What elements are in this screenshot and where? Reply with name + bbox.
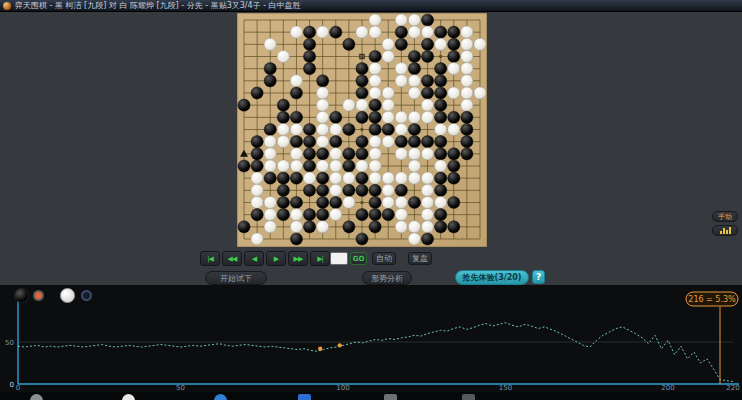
go-board[interactable] bbox=[237, 13, 487, 247]
tooltip-text: 216 = 5.3% bbox=[688, 295, 736, 304]
nav-last-button[interactable]: ▶| bbox=[310, 251, 330, 266]
bar-chart-icon bbox=[720, 227, 731, 234]
x-tick-label: 220 bbox=[726, 384, 739, 392]
x-tick-label: 50 bbox=[176, 384, 185, 392]
app-icon bbox=[3, 2, 11, 10]
black-winrate-toggle[interactable] bbox=[33, 290, 44, 301]
taskbar-icon-sphere[interactable] bbox=[30, 394, 43, 400]
winrate-line bbox=[18, 323, 733, 382]
premium-trial-button[interactable]: 抢先体验(3/20) bbox=[455, 270, 529, 285]
start-trial-button[interactable]: 开始试下 bbox=[205, 271, 267, 285]
move-number-input[interactable] bbox=[330, 252, 348, 265]
marked-move-dot[interactable] bbox=[338, 343, 342, 347]
go-button[interactable]: GO bbox=[350, 252, 367, 265]
nav-forward10-button[interactable]: ▶▶ bbox=[288, 251, 308, 266]
shape-analysis-button[interactable]: 形势分析 bbox=[362, 271, 412, 285]
x-tick-label: 150 bbox=[499, 384, 512, 392]
white-stone-icon bbox=[60, 288, 75, 303]
winrate-chart[interactable]: 050100150200220050216 = 5.3% bbox=[0, 285, 742, 392]
taskbar-icon-blue-circle[interactable] bbox=[214, 394, 227, 400]
y-tick-label: 50 bbox=[5, 339, 14, 347]
taskbar-icon-gray-app[interactable] bbox=[384, 394, 397, 400]
winrate-chart-panel: 050100150200220050216 = 5.3% bbox=[0, 285, 742, 392]
taskbar-icon-gray-app2[interactable] bbox=[462, 394, 475, 400]
window-title: 弈天围棋 - 黑 柯洁 [九段] 对 白 陈耀烨 [九段] - 分先 - 黑贴3… bbox=[15, 0, 301, 11]
winrate-chart-button[interactable] bbox=[712, 225, 738, 236]
taskbar-icon-white-circle[interactable] bbox=[122, 394, 135, 400]
auto-play-button[interactable]: 自动 bbox=[372, 252, 396, 265]
review-button[interactable]: 复盘 bbox=[408, 252, 432, 265]
x-tick-label: 200 bbox=[661, 384, 674, 392]
title-bar: 弈天围棋 - 黑 柯洁 [九段] 对 白 陈耀烨 [九段] - 分先 - 黑贴3… bbox=[0, 0, 742, 12]
taskbar-icon-blue-window[interactable] bbox=[298, 394, 311, 400]
windows-taskbar[interactable] bbox=[0, 392, 742, 400]
nav-back-button[interactable]: ◀ bbox=[244, 251, 264, 266]
nav-back10-button[interactable]: ◀◀ bbox=[222, 251, 242, 266]
black-stone-icon bbox=[14, 288, 29, 303]
playback-controls: |◀◀◀◀▶▶▶▶| bbox=[200, 251, 330, 266]
marked-move-dot[interactable] bbox=[318, 347, 322, 351]
x-tick-label: 0 bbox=[16, 384, 20, 392]
app-window: 弈天围棋 - 黑 柯洁 [九段] 对 白 陈耀烨 [九段] - 分先 - 黑贴3… bbox=[0, 0, 742, 400]
white-winrate-toggle[interactable] bbox=[81, 290, 92, 301]
help-button[interactable]: ? bbox=[532, 270, 545, 284]
chart-legend bbox=[14, 287, 92, 303]
y-tick-label: 0 bbox=[10, 381, 14, 389]
nav-first-button[interactable]: |◀ bbox=[200, 251, 220, 266]
nav-forward-button[interactable]: ▶ bbox=[266, 251, 286, 266]
manual-mode-button[interactable]: 手动 bbox=[712, 211, 738, 222]
x-tick-label: 100 bbox=[336, 384, 349, 392]
